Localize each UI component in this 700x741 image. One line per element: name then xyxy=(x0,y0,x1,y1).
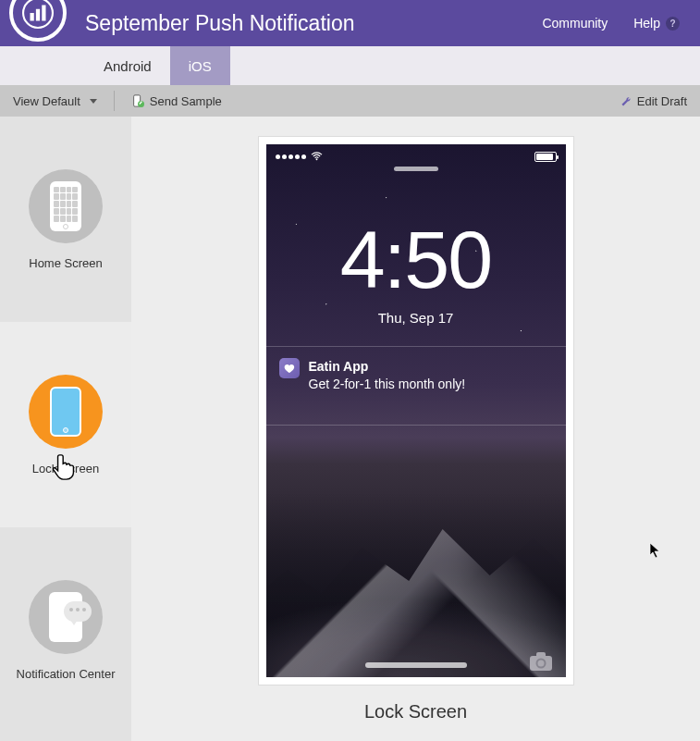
signal-icon xyxy=(276,154,306,159)
svg-rect-8 xyxy=(536,652,546,658)
svg-rect-3 xyxy=(42,6,45,21)
preview-sidebar: Home Screen Lock Screen Notification Cen… xyxy=(0,117,131,741)
header-right: Community Help ? xyxy=(542,16,700,31)
lock-clock: 4:50 Thu, Sep 17 xyxy=(266,219,566,326)
help-icon: ? xyxy=(666,17,680,31)
tab-ios[interactable]: iOS xyxy=(170,46,230,85)
sidebar-item-lock-screen[interactable]: Lock Screen xyxy=(0,322,131,527)
platform-tabs: Android iOS xyxy=(0,46,700,85)
edit-draft-label: Edit Draft xyxy=(637,94,687,108)
sidebar-item-label: Notification Center xyxy=(17,667,116,681)
preview-caption: Lock Screen xyxy=(364,701,467,722)
app-header: September Push Notification Community He… xyxy=(0,0,700,46)
sidebar-item-notification-center[interactable]: Notification Center xyxy=(0,527,131,733)
clock-date: Thu, Sep 17 xyxy=(266,310,566,326)
main-area: Home Screen Lock Screen Notification Cen… xyxy=(0,117,700,741)
mouse-pointer-icon xyxy=(649,542,662,559)
wrench-icon xyxy=(620,95,632,107)
toolbar: View Default Send Sample Edit Draft xyxy=(0,85,700,117)
battery-icon xyxy=(534,152,557,162)
help-link[interactable]: Help ? xyxy=(633,16,680,31)
svg-point-10 xyxy=(537,661,544,667)
svg-rect-2 xyxy=(36,9,40,21)
sidebar-item-home-screen[interactable]: Home Screen xyxy=(0,117,131,322)
cursor-hand-icon xyxy=(52,451,80,483)
camera-icon xyxy=(529,651,553,672)
notification-card: Eatin App Get 2-for-1 this month only! xyxy=(266,347,566,404)
page-title: September Push Notification xyxy=(85,11,542,36)
bottom-bar xyxy=(266,662,566,668)
svg-rect-1 xyxy=(31,13,34,21)
slide-grabber-icon xyxy=(365,662,467,668)
device-screen: 4:50 Thu, Sep 17 Eatin App Get 2-for-1 t… xyxy=(266,144,566,677)
status-bar xyxy=(266,144,566,163)
device-frame: 4:50 Thu, Sep 17 Eatin App Get 2-for-1 t… xyxy=(259,137,573,685)
send-sample-label: Send Sample xyxy=(150,94,222,108)
sidebar-item-label: Home Screen xyxy=(29,256,102,270)
wifi-icon xyxy=(311,152,323,161)
toolbar-separator xyxy=(114,91,115,111)
brand-logo-icon xyxy=(22,0,54,29)
svg-point-6 xyxy=(315,158,317,160)
divider xyxy=(266,425,566,426)
brand-logo xyxy=(9,0,67,42)
preview-panel: 4:50 Thu, Sep 17 Eatin App Get 2-for-1 t… xyxy=(131,117,700,741)
help-label: Help xyxy=(633,16,660,31)
edit-draft-button[interactable]: Edit Draft xyxy=(607,85,700,117)
clock-time: 4:50 xyxy=(266,219,566,301)
community-link[interactable]: Community xyxy=(542,16,608,31)
send-sample-button[interactable]: Send Sample xyxy=(118,85,235,117)
wallpaper-mountain xyxy=(266,492,566,677)
view-dropdown-label: View Default xyxy=(13,94,80,108)
notification-app-name: Eatin App xyxy=(309,358,466,376)
send-sample-icon xyxy=(131,94,144,107)
lock-screen-icon xyxy=(29,375,103,449)
view-dropdown[interactable]: View Default xyxy=(0,85,110,117)
home-screen-icon xyxy=(29,169,103,243)
notification-center-icon xyxy=(29,580,103,654)
tab-android[interactable]: Android xyxy=(85,46,170,85)
notification-message: Get 2-for-1 this month only! xyxy=(309,376,466,393)
top-grabber-icon xyxy=(394,167,438,171)
logo-wrap xyxy=(0,0,85,66)
chevron-down-icon xyxy=(90,99,97,104)
notification-app-icon xyxy=(279,358,300,378)
